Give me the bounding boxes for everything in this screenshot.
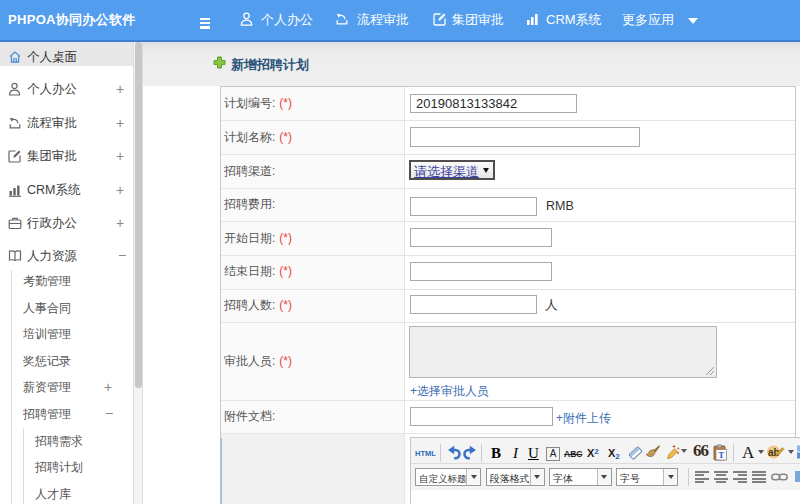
svg-text:T: T <box>718 450 724 460</box>
